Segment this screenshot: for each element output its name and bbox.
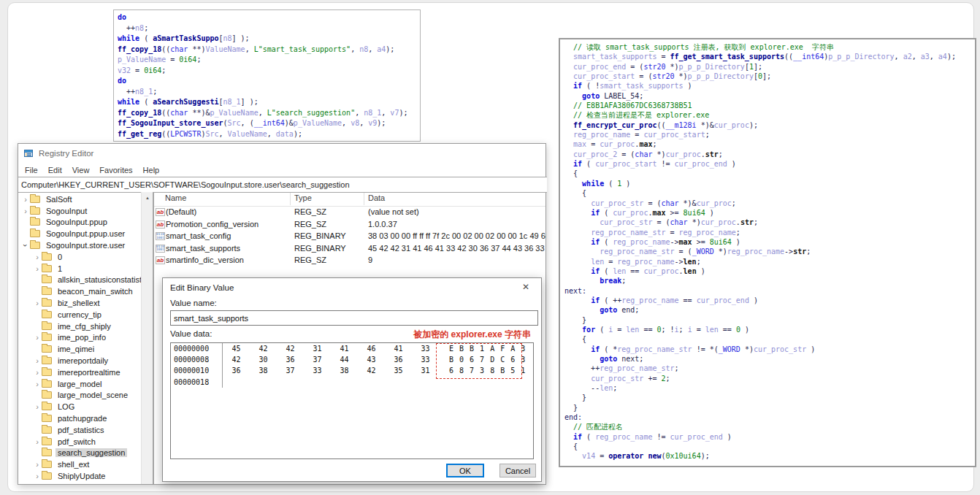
hex-byte[interactable]: 41	[331, 343, 358, 354]
tree-item-SogouInput.ppup[interactable]: ›SogouInput.ppup	[18, 217, 141, 229]
close-icon[interactable]: ✕	[519, 282, 532, 292]
folder-icon	[42, 334, 52, 341]
column-header-name[interactable]: Name	[165, 193, 186, 202]
hex-byte[interactable]: 31	[304, 343, 331, 354]
tree-item-SogouInput.ppup.user[interactable]: ›SogouInput.ppup.user	[18, 228, 141, 239]
tree-item-beacon_main_switch[interactable]: ›beacon_main_switch	[18, 285, 141, 297]
menu-item-favorites[interactable]: Favorites	[94, 164, 137, 176]
chevron-right-icon[interactable]: ›	[33, 369, 42, 376]
ok-button[interactable]: OK	[446, 464, 484, 477]
table-row[interactable]: absmartinfo_dic_versionREG_SZ9	[154, 255, 545, 267]
tree-item-large_model[interactable]: ›large_model	[18, 378, 141, 390]
chevron-right-icon[interactable]: ›	[33, 253, 42, 261]
tree-item-pdf_switch[interactable]: ›pdf_switch	[18, 436, 141, 448]
chevron-down-icon[interactable]: ›	[22, 241, 29, 250]
chevron-right-icon[interactable]: ›	[33, 403, 42, 410]
hex-bytes[interactable]	[222, 377, 439, 388]
tree-item-ime_cfg_shiply[interactable]: ›ime_cfg_shiply	[18, 321, 141, 332]
tree-item-SogouInput[interactable]: ›SogouInput	[18, 205, 141, 217]
tree-item-ime_pop_info[interactable]: ›ime_pop_info	[18, 332, 141, 344]
tree-item-1[interactable]: ›1	[18, 263, 141, 275]
tree-scrollbar[interactable]: ▲	[141, 192, 153, 484]
folder-icon	[30, 242, 40, 249]
tree-item-biz_shellext[interactable]: ›biz_shellext	[18, 297, 141, 309]
chevron-right-icon[interactable]: ›	[21, 207, 30, 215]
chevron-right-icon[interactable]: ›	[21, 196, 30, 203]
menu-item-view[interactable]: View	[67, 164, 95, 176]
hex-byte[interactable]: 42	[358, 365, 385, 376]
table-row[interactable]: ab(Default)REG_SZ(value not set)	[154, 207, 545, 219]
scroll-up-icon[interactable]: ▲	[142, 192, 153, 203]
tree-item-ime_qimei[interactable]: ›ime_qimei	[18, 343, 141, 355]
menu-item-file[interactable]: File	[20, 164, 43, 176]
code-line: --len;	[564, 383, 975, 393]
tree-item-ShiplyUpdate[interactable]: ›ShiplyUpdate	[18, 470, 141, 482]
hex-byte[interactable]: 31	[412, 365, 439, 376]
hex-byte[interactable]: 42	[250, 343, 277, 354]
hex-byte[interactable]: 38	[250, 365, 277, 376]
column-header-data[interactable]: Data	[368, 193, 385, 202]
tree-item-imereportdaily[interactable]: ›imereportdaily	[18, 355, 141, 367]
chevron-right-icon[interactable]: ›	[33, 334, 42, 341]
address-bar[interactable]: Computer\HKEY_CURRENT_USER\SOFTWARE\Sogo…	[18, 177, 547, 193]
column-header-type[interactable]: Type	[294, 193, 312, 202]
tree-item-large_model_scene[interactable]: ›large_model_scene	[18, 390, 141, 402]
hex-bytes[interactable]: 4230363744433633	[222, 354, 439, 365]
hex-byte[interactable]: 33	[304, 365, 331, 376]
hex-byte[interactable]: 42	[223, 354, 250, 365]
code-line: reg_proc_name_str = reg_proc_name;	[564, 228, 975, 237]
value-data: 9	[368, 256, 372, 264]
table-row[interactable]: 0110 1001smart_task_supportsREG_BINARY45…	[154, 243, 545, 256]
decompiler-snippet-registry-write: do ++n8;while ( aSmartTaskSuppo[n8] );ff…	[113, 9, 421, 142]
hex-byte[interactable]: 37	[304, 354, 331, 365]
chevron-right-icon[interactable]: ›	[33, 299, 42, 307]
hex-bytes[interactable]: 4542423141464133	[222, 343, 439, 354]
hex-byte[interactable]: 43	[358, 354, 385, 365]
tree-item-search_suggestion[interactable]: ›search_suggestion	[18, 448, 141, 459]
chevron-right-icon[interactable]: ›	[33, 265, 42, 272]
tree-item-SalSoft[interactable]: ›SalSoft	[18, 193, 141, 205]
table-row[interactable]: 0110 1001smart_task_configREG_BINARY38 0…	[154, 231, 545, 243]
tree-item-imereportrealtime[interactable]: ›imereportrealtime	[18, 367, 141, 378]
folder-icon	[42, 426, 52, 434]
column-separator[interactable]	[290, 193, 291, 205]
hex-byte[interactable]: 46	[358, 343, 385, 354]
hex-byte[interactable]: 33	[412, 354, 439, 365]
hex-byte[interactable]: 35	[385, 365, 412, 376]
hex-byte[interactable]: 33	[412, 343, 439, 354]
hex-byte[interactable]: 36	[385, 354, 412, 365]
hex-bytes[interactable]: 3638373338423531	[222, 365, 439, 376]
tree-item-pdf_statistics[interactable]: ›pdf_statistics	[18, 424, 141, 436]
column-separator[interactable]	[364, 193, 364, 205]
tree-item-label: 1	[55, 264, 64, 273]
hex-byte[interactable]: 41	[385, 343, 412, 354]
tree-item-currency_tip[interactable]: ›currency_tip	[18, 309, 141, 321]
chevron-right-icon[interactable]: ›	[33, 472, 42, 480]
code-line: break;	[564, 276, 975, 285]
table-row[interactable]: abPromotion_config_versionREG_SZ1.0.0.37	[154, 219, 545, 231]
hex-byte[interactable]: 45	[223, 343, 250, 354]
tree-item-SogouInput.store.user[interactable]: ›SogouInput.store.user	[18, 239, 141, 251]
folder-icon	[42, 288, 52, 295]
tree-item-label: SogouInput.ppup	[44, 218, 110, 226]
value-name-field[interactable]: smart_task_supports	[170, 310, 538, 326]
hex-byte[interactable]: 30	[250, 354, 277, 365]
chevron-right-icon[interactable]: ›	[33, 438, 42, 445]
hex-byte[interactable]: 37	[277, 365, 304, 376]
chevron-right-icon[interactable]: ›	[33, 461, 42, 468]
tree-item-patchupgrade[interactable]: ›patchupgrade	[18, 412, 141, 424]
hex-byte[interactable]: 36	[223, 365, 250, 376]
hex-byte[interactable]: 42	[277, 343, 304, 354]
hex-byte[interactable]: 36	[277, 354, 304, 365]
cancel-button[interactable]: Cancel	[499, 464, 536, 477]
tree-item-allskin_statusiconstatistics[interactable]: ›allskin_statusiconstatistics	[18, 275, 141, 286]
hex-byte[interactable]: 38	[331, 365, 358, 376]
chevron-right-icon[interactable]: ›	[33, 380, 42, 388]
tree-item-LOG[interactable]: ›LOG	[18, 401, 141, 412]
chevron-right-icon[interactable]: ›	[33, 357, 42, 364]
menu-item-edit[interactable]: Edit	[43, 164, 67, 176]
tree-item-0[interactable]: ›0	[18, 251, 141, 263]
tree-item-shell_ext[interactable]: ›shell_ext	[18, 458, 141, 470]
menu-item-help[interactable]: Help	[138, 164, 165, 176]
hex-byte[interactable]: 44	[331, 354, 358, 365]
